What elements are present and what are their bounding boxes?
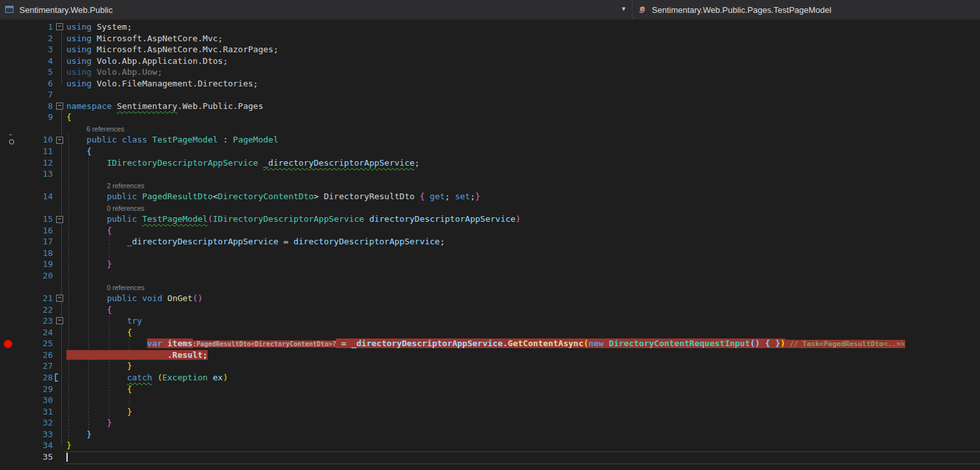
breakpoint-margin[interactable]	[0, 55, 15, 67]
chevron-down-icon[interactable]: ▾	[622, 5, 625, 12]
line-number[interactable]	[15, 123, 53, 135]
code-text[interactable]	[66, 270, 980, 282]
line-number[interactable]: 20	[15, 270, 53, 282]
line-number[interactable]: 30	[15, 395, 53, 406]
line-number[interactable]: 9	[15, 112, 53, 123]
code-text[interactable]: public PagedResultDto<DirectoryContentDt…	[66, 191, 980, 202]
fold-toggle-icon[interactable]	[56, 317, 63, 324]
code-text[interactable]: using Microsoft.AspNetCore.Mvc;	[66, 33, 980, 44]
code-text[interactable]: }	[66, 360, 980, 372]
line-number[interactable]: 31	[15, 406, 53, 418]
code-text[interactable]: using System;	[66, 21, 980, 33]
code-text[interactable]: {	[66, 146, 980, 157]
line-number[interactable]: 29	[15, 384, 53, 395]
line-number[interactable]	[15, 180, 53, 191]
line-number[interactable]: 3	[15, 44, 53, 55]
project-dropdown[interactable]: Sentimentary.Web.Public ▾	[0, 0, 632, 19]
breakpoint-margin[interactable]	[0, 236, 15, 248]
code-text[interactable]: {	[66, 384, 980, 395]
code-text[interactable]: }	[66, 259, 980, 270]
breakpoint-margin[interactable]	[0, 384, 15, 395]
line-number[interactable]: 32	[15, 417, 53, 429]
breakpoint-margin[interactable]	[0, 213, 15, 225]
breakpoint-margin[interactable]	[0, 270, 15, 282]
breakpoint-margin[interactable]	[0, 451, 15, 463]
code-text[interactable]: {	[66, 327, 980, 338]
breakpoint-margin[interactable]	[0, 406, 15, 418]
breakpoint-margin[interactable]	[0, 417, 15, 429]
line-number[interactable]: 17	[15, 236, 53, 248]
line-number[interactable]: 23	[15, 315, 53, 327]
breakpoint-margin[interactable]	[0, 112, 15, 123]
line-number[interactable]: 18	[15, 248, 53, 259]
codelens-references-link[interactable]: 0 references	[66, 282, 144, 294]
line-number[interactable]: 21	[15, 293, 53, 304]
code-text[interactable]: public void OnGet()	[66, 293, 980, 304]
breakpoint-margin[interactable]	[0, 78, 15, 90]
breakpoint-margin[interactable]	[0, 349, 15, 361]
line-number[interactable]: 19	[15, 259, 53, 270]
breakpoint-icon[interactable]	[4, 340, 12, 348]
code-text[interactable]	[66, 248, 980, 259]
code-text[interactable]: var items:PagedResultDto<DirectoryConten…	[66, 338, 980, 349]
fold-toggle-icon[interactable]	[56, 216, 63, 223]
breakpoint-margin[interactable]	[0, 282, 15, 293]
breakpoint-margin[interactable]	[0, 191, 15, 202]
codelens-text[interactable]: 2 references	[66, 180, 980, 191]
code-text[interactable]	[66, 395, 980, 406]
code-text[interactable]: }	[66, 429, 980, 440]
breakpoint-margin[interactable]	[0, 44, 15, 55]
code-text[interactable]: {	[66, 225, 980, 237]
breakpoint-margin[interactable]	[0, 101, 15, 112]
breakpoint-margin[interactable]	[0, 66, 15, 78]
line-number[interactable]: 24	[15, 327, 53, 338]
line-number[interactable]: 13	[15, 168, 53, 180]
breakpoint-margin[interactable]	[0, 429, 15, 440]
line-number[interactable]: 11	[15, 146, 53, 157]
code-text[interactable]: }	[66, 406, 980, 418]
code-editor[interactable]: 1using System;2using Microsoft.AspNetCor…	[0, 20, 980, 470]
line-number[interactable]: 15	[15, 213, 53, 225]
line-number[interactable]: 7	[15, 89, 53, 101]
breakpoint-margin[interactable]	[0, 123, 15, 135]
breakpoint-margin[interactable]	[0, 360, 15, 372]
line-number[interactable]: 22	[15, 304, 53, 316]
line-number[interactable]: 16	[15, 225, 53, 237]
code-text[interactable]: {	[66, 112, 980, 123]
breakpoint-margin[interactable]	[0, 180, 15, 191]
breakpoint-margin[interactable]	[0, 33, 15, 44]
code-text[interactable]: using Volo.FileManagement.Directories;	[66, 78, 980, 90]
code-text[interactable]: catch (Exception ex)	[66, 372, 980, 384]
breakpoint-margin[interactable]	[0, 259, 15, 270]
code-text[interactable]	[66, 451, 980, 463]
line-number[interactable]: 12	[15, 157, 53, 169]
line-number[interactable]: 25	[15, 338, 53, 349]
breakpoint-margin[interactable]	[0, 327, 15, 338]
fold-toggle-icon[interactable]	[56, 103, 63, 110]
breakpoint-margin[interactable]	[0, 134, 15, 146]
codelens-references-link[interactable]: 2 references	[66, 181, 144, 192]
inheritance-margin-icon[interactable]	[8, 135, 15, 145]
code-text[interactable]: }	[66, 440, 980, 451]
breakpoint-margin[interactable]	[0, 304, 15, 316]
code-text[interactable]: try	[66, 315, 980, 327]
line-number[interactable]: 2	[15, 33, 53, 44]
code-text[interactable]: }	[66, 417, 980, 429]
line-number[interactable]: 4	[15, 55, 53, 67]
codelens-text[interactable]: 6 references	[66, 123, 980, 135]
line-number[interactable]: 26	[15, 349, 53, 361]
breakpoint-margin[interactable]	[0, 157, 15, 169]
codelens-text[interactable]: 0 references	[66, 282, 980, 293]
codelens-text[interactable]: 0 references	[66, 202, 980, 214]
breakpoint-margin[interactable]	[0, 202, 15, 214]
code-text[interactable]	[66, 89, 980, 101]
line-number[interactable]: 10	[15, 134, 53, 146]
type-dropdown[interactable]: Sentimentary.Web.Public.Pages.TestPageMo…	[632, 0, 980, 19]
breakpoint-margin[interactable]	[0, 338, 15, 349]
line-number[interactable]: 35	[15, 451, 53, 463]
code-text[interactable]: public TestPageModel(IDirectoryDescripto…	[66, 213, 980, 225]
codelens-references-link[interactable]: 0 references	[66, 203, 144, 215]
code-text[interactable]: using Volo.Abp.Uow;	[66, 66, 980, 78]
line-number[interactable]: 28	[15, 372, 53, 384]
breakpoint-margin[interactable]	[0, 372, 15, 384]
